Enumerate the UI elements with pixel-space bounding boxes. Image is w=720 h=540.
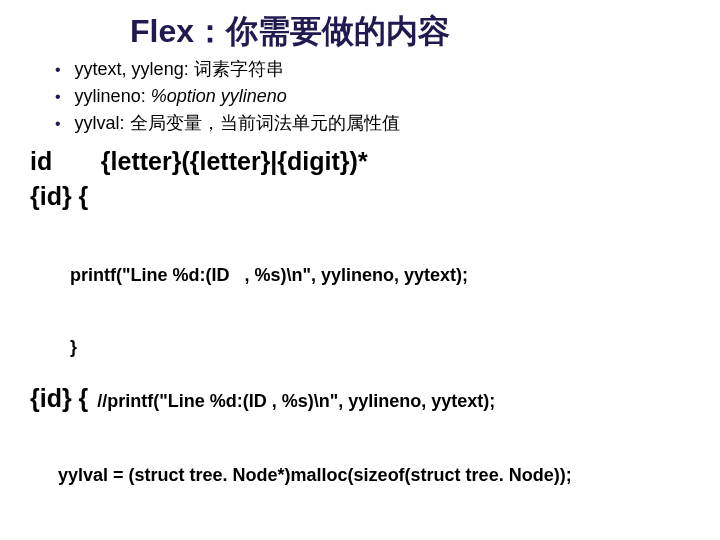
bullet-desc: 全局变量，当前词法单元的属性值 <box>130 113 400 133</box>
rule-open-line: {id} { <box>30 180 690 213</box>
bullet-dot: • <box>55 85 61 109</box>
list-item: • yytext, yyleng: 词素字符串 <box>55 56 690 83</box>
code-line: printf("Line %d:(ID , %s)\n", yylineno, … <box>70 263 690 287</box>
definition-line: id {letter}({letter}|{digit})* <box>30 145 690 178</box>
def-id-label: id <box>30 147 52 175</box>
bullet-name: yytext, yyleng: <box>75 59 189 79</box>
rule2-label: {id} { <box>30 384 88 412</box>
code-block-2: yylval = (struct tree. Node*)malloc(size… <box>58 413 690 540</box>
bullet-desc: 词素字符串 <box>194 59 284 79</box>
code-line: yylval = (struct tree. Node*)malloc(size… <box>58 463 690 488</box>
bullet-desc: %option yylineno <box>151 86 287 106</box>
list-item: • yylineno: %option yylineno <box>55 83 690 110</box>
bullet-dot: • <box>55 58 61 82</box>
list-item: • yylval: 全局变量，当前词法单元的属性值 <box>55 110 690 137</box>
rule2-comment: //printf("Line %d:(ID , %s)\n", yylineno… <box>97 391 495 411</box>
bullet-name: yylineno: <box>75 86 146 106</box>
bullet-list: • yytext, yyleng: 词素字符串 • yylineno: %opt… <box>55 56 690 137</box>
def-id-regex: {letter}({letter}|{digit})* <box>101 147 368 175</box>
code-line: } <box>70 335 690 359</box>
bullet-name: yylval: <box>75 113 125 133</box>
slide-title: Flex：你需要做的内容 <box>130 10 690 54</box>
code-block-1: printf("Line %d:(ID , %s)\n", yylineno, … <box>70 214 690 384</box>
rule2-header: {id} { //printf("Line %d:(ID , %s)\n", y… <box>30 384 690 413</box>
bullet-dot: • <box>55 112 61 136</box>
